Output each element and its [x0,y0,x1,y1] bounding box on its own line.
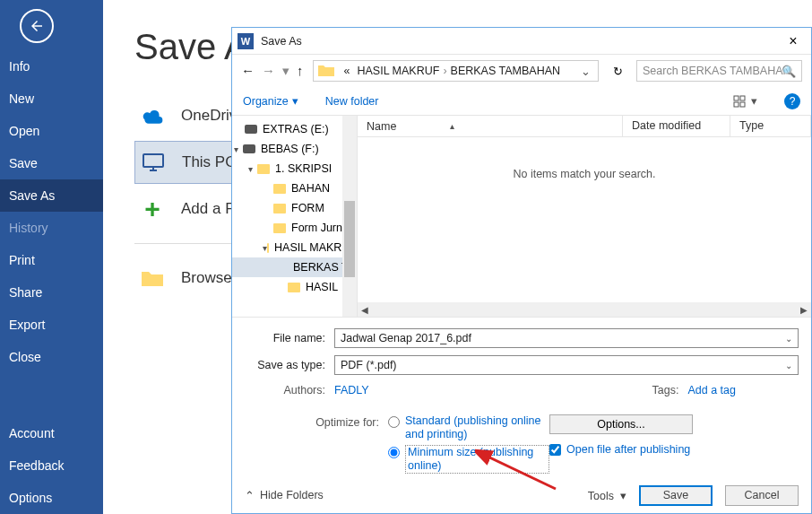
openafter-input[interactable] [549,444,561,456]
authors-value[interactable]: FADLY [334,384,369,396]
folder-icon [267,243,269,253]
folder-icon [273,184,286,194]
sidebar-item-export[interactable]: Export [0,309,103,341]
breadcrumb-a[interactable]: HASIL MAKRUF [353,65,443,77]
svg-rect-4 [740,96,745,100]
tree-folder-hasilmakruf[interactable]: ▾HASIL MAKRUF [232,238,357,257]
toolbar: Organize ▾ New folder ▾ ? [232,87,811,116]
sort-indicator-icon: ▴ [450,121,454,131]
sidebar-item-close[interactable]: Close [0,341,103,373]
tree-folder-formjurnal[interactable]: Form Jurnal [232,218,357,238]
breadcrumb-pre[interactable]: « [341,65,354,77]
view-options[interactable]: ▾ [733,94,757,108]
close-button[interactable]: × [781,33,806,49]
back-arrow-icon [29,18,45,34]
search-input[interactable]: Search BERKAS TAMBAHAN 🔍 [636,60,802,82]
scroll-left-icon[interactable]: ◀ [358,305,372,315]
file-list-pane: Name▴ Date modified Type No items match … [358,116,811,317]
file-columns-header: Name▴ Date modified Type [358,116,811,137]
svg-rect-3 [734,96,739,100]
tree-drive-bebas[interactable]: ▾BEBAS (F:) [232,139,357,159]
dialog-title: Save As [261,35,781,48]
tree-folder-hasil[interactable]: HASIL [232,277,357,297]
breadcrumb-b[interactable]: BERKAS TAMBAHAN [447,65,565,77]
authors-label: Authors: [245,384,334,396]
dialog-titlebar: W Save As × [232,28,811,55]
sidebar-item-save[interactable]: Save [0,147,103,179]
tags-label: Tags: [652,384,688,396]
saveas-dialog: W Save As × ← → ▾ ↑ « HASIL MAKRUF › BER… [231,27,812,514]
folder-icon [273,204,286,213]
chevron-up-icon: ⌃ [245,489,255,502]
search-icon: 🔍 [782,65,796,78]
sidebar-item-history: History [0,212,103,244]
radio-minimum[interactable]: Minimum size (publishing online) [388,445,549,474]
svg-rect-0 [143,154,163,167]
tools-menu[interactable]: Tools ▾ [588,489,626,502]
scroll-right-icon[interactable]: ▶ [797,305,811,315]
svg-rect-5 [734,102,739,107]
horizontal-scrollbar[interactable]: ◀▶ [358,302,811,317]
folder-icon [317,64,335,78]
column-date[interactable]: Date modified [623,116,730,136]
chevron-down-icon: ▾ [248,164,257,174]
savetype-select[interactable]: PDF (*.pdf)⌄ [334,355,799,375]
refresh-button[interactable]: ↻ [608,61,627,81]
drive-icon [245,125,257,134]
radio-minimum-input[interactable] [388,447,400,458]
nav-forward[interactable]: → [262,63,275,79]
back-button[interactable] [20,9,54,43]
sidebar-item-saveas[interactable]: Save As [0,179,103,212]
tags-value[interactable]: Add a tag [687,384,736,396]
nav-up[interactable]: ↑ [297,63,304,79]
nav-recent-dropdown[interactable]: ▾ [282,63,289,79]
folder-icon [140,267,165,289]
help-button[interactable]: ? [784,93,800,109]
sidebar-item-new[interactable]: New [0,83,103,115]
chevron-down-icon[interactable]: ⌄ [785,361,792,370]
chevron-down-icon: ▾ [292,94,298,108]
sidebar-item-info[interactable]: Info [0,50,103,83]
tree-folder-bahan[interactable]: BAHAN [232,179,357,198]
newfolder-button[interactable]: New folder [325,95,379,108]
dialog-footer: ⌃ Hide Folders Tools ▾ Save Cancel [232,477,811,513]
sidebar-item-share[interactable]: Share [0,276,103,309]
radio-standard-input[interactable] [388,416,400,428]
scrollbar-thumb[interactable] [344,201,355,277]
organize-menu[interactable]: Organize ▾ [243,94,298,108]
plus-icon: + [140,198,165,220]
location-label: This PC [182,153,236,171]
divider [134,243,242,244]
filename-input[interactable]: Jadwal Genap 2017_6.pdf⌄ [334,328,799,348]
nav-back[interactable]: ← [241,63,255,79]
folder-tree: EXTRAS (E:) ▾BEBAS (F:) ▾1. SKRIPSI BAHA… [232,116,358,317]
tree-folder-berkastambahan[interactable]: BERKAS TAMBAHAN [232,257,357,277]
sidebar-item-options[interactable]: Options [0,482,103,514]
drive-icon [243,144,255,153]
radio-standard[interactable]: Standard (publishing online and printing… [388,414,549,441]
nav-row: ← → ▾ ↑ « HASIL MAKRUF › BERKAS TAMBAHAN… [232,55,811,87]
tree-scrollbar[interactable] [342,116,357,317]
sidebar-item-print[interactable]: Print [0,244,103,276]
tree-folder-form[interactable]: FORM [232,198,357,218]
column-name[interactable]: Name▴ [358,116,623,136]
hide-folders-toggle[interactable]: ⌃ Hide Folders [245,489,324,502]
monitor-icon [141,152,166,173]
sidebar-item-open[interactable]: Open [0,115,103,147]
folder-icon [257,164,270,174]
tree-folder-skripsi[interactable]: ▾1. SKRIPSI [232,159,357,179]
column-type[interactable]: Type [730,116,811,136]
chevron-down-icon[interactable]: ⌄ [785,334,792,344]
search-placeholder: Search BERKAS TAMBAHAN [643,65,791,77]
cancel-button[interactable]: Cancel [725,485,799,506]
address-dropdown[interactable]: ⌄ [577,65,594,78]
tree-drive-extras[interactable]: EXTRAS (E:) [232,119,357,139]
openafter-checkbox[interactable]: Open file after publishing [549,443,690,456]
sidebar-item-feedback[interactable]: Feedback [0,449,103,482]
empty-message: No items match your search. [358,137,811,302]
options-button[interactable]: Options... [549,414,693,434]
folder-icon [273,223,286,233]
address-bar[interactable]: « HASIL MAKRUF › BERKAS TAMBAHAN ⌄ [313,60,600,82]
sidebar-item-account[interactable]: Account [0,417,103,449]
save-button[interactable]: Save [639,485,713,506]
